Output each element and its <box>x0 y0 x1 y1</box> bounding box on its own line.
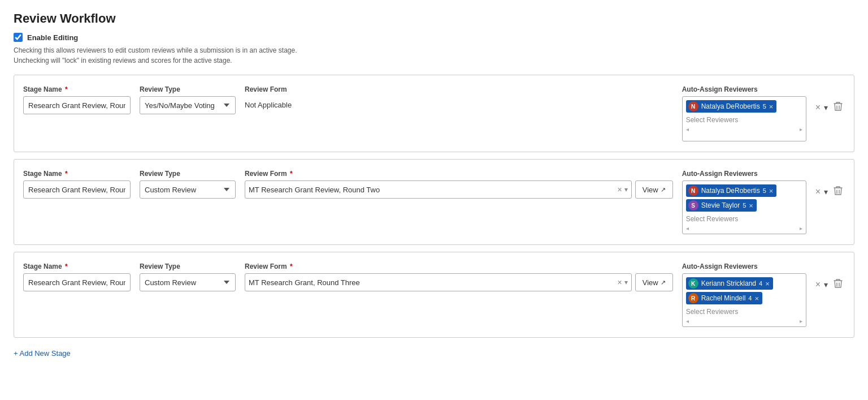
scroll-left-icon[interactable]: ◂ <box>686 318 689 324</box>
clear-icon[interactable]: × <box>815 187 821 197</box>
stage-section-2: Stage Name * Review Type Yes/No/Maybe Vo… <box>14 159 854 245</box>
scroll-right-icon[interactable]: ▸ <box>800 225 802 231</box>
review-form-select[interactable]: MT Research Grant, Round Three × ▾ <box>245 273 632 291</box>
reviewer-box: K Keriann Strickland 4 × R Rachel Mindel… <box>682 273 806 327</box>
reviewer-tags: N Natalya DeRobertis 5 × <box>686 100 802 113</box>
required-marker: * <box>65 85 68 93</box>
review-form-chevron-icon[interactable]: ▾ <box>624 278 628 286</box>
required-marker: * <box>65 263 68 270</box>
stage-actions: × ▾ <box>815 170 845 200</box>
review-form-clear-icon[interactable]: × <box>618 186 622 193</box>
reviewer-tag: S Stevie Taylor 5 × <box>686 199 757 212</box>
review-form-select[interactable]: MT Research Grant Review, Round Two × ▾ <box>245 180 632 199</box>
reviewer-tags: N Natalya DeRobertis 5 × S Stevie Taylor… <box>686 184 802 212</box>
clear-icon[interactable]: × <box>815 102 821 113</box>
enable-editing-checkbox[interactable] <box>14 33 23 42</box>
required-marker: * <box>290 170 293 178</box>
auto-assign-label: Auto-Assign Reviewers <box>682 263 806 270</box>
scroll-left-icon[interactable]: ◂ <box>686 126 689 132</box>
reviewer-avatar: N <box>688 186 698 196</box>
view-button[interactable]: View ↗ <box>635 273 673 291</box>
stage-name-label: Stage Name * <box>23 85 131 93</box>
reviewer-name: Natalya DeRobertis <box>701 187 760 195</box>
review-type-select[interactable]: Yes/No/Maybe VotingCustom Review <box>140 96 236 114</box>
review-type-select[interactable]: Yes/No/Maybe VotingCustom Review <box>140 180 236 199</box>
reviewer-badge: 5 <box>763 103 766 110</box>
review-type-label: Review Type <box>140 170 236 178</box>
move-down-icon[interactable]: ▾ <box>824 280 828 289</box>
reviewer-avatar: K <box>688 278 698 289</box>
reviewer-tag: K Keriann Strickland 4 × <box>686 277 773 290</box>
stage-actions: × ▾ <box>815 85 845 116</box>
reviewer-tags: K Keriann Strickland 4 × R Rachel Mindel… <box>686 277 802 304</box>
review-form-label: Review Form <box>245 85 673 93</box>
reviewer-remove-icon[interactable]: × <box>749 201 753 210</box>
move-down-icon[interactable]: ▾ <box>824 187 828 196</box>
delete-stage-button[interactable] <box>831 276 845 293</box>
scroll-right-icon[interactable]: ▸ <box>800 126 802 132</box>
auto-assign-label: Auto-Assign Reviewers <box>682 85 806 93</box>
review-type-select[interactable]: Yes/No/Maybe VotingCustom Review <box>140 273 236 291</box>
reviewer-name: Rachel Mindell <box>701 294 746 302</box>
reviewer-name: Keriann Strickland <box>701 279 756 287</box>
stage-name-input[interactable] <box>23 96 131 114</box>
review-form-label: Review Form * <box>245 263 673 270</box>
reviewer-remove-icon[interactable]: × <box>769 102 774 111</box>
reviewer-remove-icon[interactable]: × <box>769 187 774 195</box>
reviewer-tag: N Natalya DeRobertis 5 × <box>686 100 777 113</box>
select-reviewers-placeholder[interactable]: Select Reviewers <box>686 214 802 224</box>
stage-name-input[interactable] <box>23 273 131 291</box>
review-form-value: MT Research Grant Review, Round Two <box>249 186 615 194</box>
reviewer-tag: R Rachel Mindell 4 × <box>686 292 762 304</box>
reviewer-name: Natalya DeRobertis <box>701 102 760 110</box>
reviewer-avatar: N <box>688 101 698 111</box>
required-marker: * <box>65 170 68 178</box>
reviewer-remove-icon[interactable]: × <box>754 294 759 303</box>
reviewer-tag: N Natalya DeRobertis 5 × <box>686 184 777 197</box>
clear-icon[interactable]: × <box>815 279 821 290</box>
required-marker: * <box>290 263 293 270</box>
reviewer-box: N Natalya DeRobertis 5 × Select Reviewer… <box>682 96 806 141</box>
review-form-not-applicable: Not Applicable <box>245 96 673 109</box>
review-type-label: Review Type <box>140 263 236 270</box>
scroll-right-icon[interactable]: ▸ <box>800 318 802 324</box>
delete-stage-button[interactable] <box>831 183 845 200</box>
reviewer-badge: 5 <box>763 187 766 194</box>
enable-editing-description: Checking this allows reviewers to edit c… <box>14 45 854 66</box>
stage-section-3: Stage Name * Review Type Yes/No/Maybe Vo… <box>14 252 854 338</box>
reviewer-badge: 5 <box>743 202 746 209</box>
review-form-value: MT Research Grant, Round Three <box>249 278 615 287</box>
reviewer-box: N Natalya DeRobertis 5 × S Stevie Taylor… <box>682 180 806 234</box>
add-new-stage-link[interactable]: + Add New Stage <box>14 349 71 358</box>
reviewer-badge: 4 <box>759 280 762 287</box>
review-form-chevron-icon[interactable]: ▾ <box>624 186 628 193</box>
reviewer-remove-icon[interactable]: × <box>765 279 770 288</box>
stage-name-label: Stage Name * <box>23 170 131 178</box>
select-reviewers-placeholder[interactable]: Select Reviewers <box>686 307 802 317</box>
reviewer-avatar: R <box>688 293 698 303</box>
page-title: Review Workflow <box>14 11 854 26</box>
delete-stage-button[interactable] <box>831 99 845 116</box>
review-form-clear-icon[interactable]: × <box>618 278 622 286</box>
stage-name-label: Stage Name * <box>23 263 131 270</box>
review-form-label: Review Form * <box>245 170 673 178</box>
enable-editing-label: Enable Editing <box>27 33 78 42</box>
stage-actions: × ▾ <box>815 263 845 293</box>
stage-section-1: Stage Name * Review Type Yes/No/Maybe Vo… <box>14 75 854 152</box>
reviewer-avatar: S <box>688 200 698 210</box>
select-reviewers-placeholder[interactable]: Select Reviewers <box>686 115 802 125</box>
reviewer-name: Stevie Taylor <box>701 201 740 209</box>
reviewer-badge: 4 <box>748 295 752 302</box>
stage-name-input[interactable] <box>23 180 131 199</box>
move-down-icon[interactable]: ▾ <box>824 103 828 112</box>
auto-assign-label: Auto-Assign Reviewers <box>682 170 806 178</box>
review-type-label: Review Type <box>140 85 236 93</box>
view-button[interactable]: View ↗ <box>635 180 673 199</box>
scroll-left-icon[interactable]: ◂ <box>686 225 689 231</box>
